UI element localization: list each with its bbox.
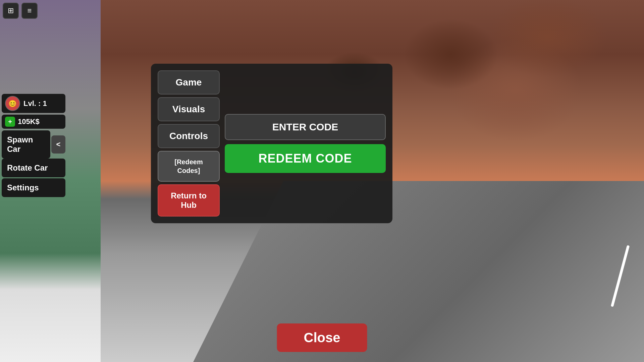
tab-controls[interactable]: Controls bbox=[158, 124, 220, 148]
modal-overlay: Game Visuals Controls [RedeemCodes] Retu… bbox=[0, 0, 644, 362]
tab-visuals[interactable]: Visuals bbox=[158, 97, 220, 121]
tab-redeem-codes[interactable]: [RedeemCodes] bbox=[158, 151, 220, 182]
close-button[interactable]: Close bbox=[277, 323, 367, 352]
redeem-codes-panel: ENTER CODE REDEEM CODE bbox=[225, 70, 386, 217]
return-to-hub-button[interactable]: Return to Hub bbox=[158, 184, 220, 217]
settings-modal: Game Visuals Controls [RedeemCodes] Retu… bbox=[151, 64, 392, 223]
tab-game[interactable]: Game bbox=[158, 70, 220, 95]
code-input-display[interactable]: ENTER CODE bbox=[225, 114, 386, 140]
redeem-code-button[interactable]: REDEEM CODE bbox=[225, 144, 386, 173]
tab-nav: Game Visuals Controls [RedeemCodes] Retu… bbox=[158, 70, 220, 217]
